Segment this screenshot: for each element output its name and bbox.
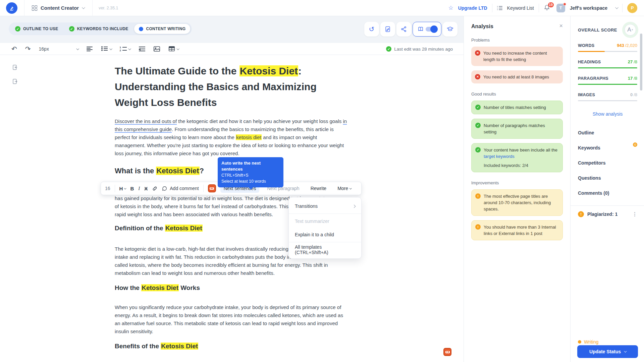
user-avatar[interactable]: P: [627, 3, 637, 13]
chevron-right-icon: [353, 204, 356, 208]
document-notes-button[interactable]: [380, 22, 395, 37]
keywords-alert-dot: [633, 142, 637, 147]
chevron-down-icon[interactable]: [615, 6, 619, 9]
bullet-list-button[interactable]: [101, 47, 112, 51]
kebab-menu-icon[interactable]: ⋮: [632, 211, 637, 217]
good-result-card[interactable]: ✓ Number of paragraphs matches setting: [471, 119, 563, 139]
heading-how-it-works[interactable]: How the Ketosis Diet Works: [115, 284, 348, 292]
keyword-highlight: Ketosis Diet: [161, 343, 198, 350]
divider: [92, 0, 93, 16]
scrollbar-thumb[interactable]: [640, 34, 642, 90]
nav-outline[interactable]: Outline: [578, 130, 637, 135]
menu-item-transitions[interactable]: Transitions: [289, 199, 361, 213]
list-icon: [497, 6, 502, 10]
app-logo-icon[interactable]: [6, 2, 17, 14]
show-analysis-link[interactable]: Show analysis: [578, 111, 637, 117]
ai-assistant-floating-button[interactable]: [443, 348, 451, 356]
plagiarized-row[interactable]: ! Plagiarized: 1 ⋮: [578, 211, 637, 217]
heading-style-button[interactable]: H: [119, 186, 126, 191]
menu-item-all-templates[interactable]: All templates (CTRL+Shift+A): [289, 243, 361, 256]
link-icon: [152, 186, 158, 191]
comment-icon: [162, 186, 167, 191]
document-title[interactable]: The Ultimate Guide to the Ketosis Diet: …: [115, 63, 348, 110]
intro-paragraph[interactable]: Discover the ins and outs of the ketogen…: [115, 117, 348, 158]
font-size-select[interactable]: 16px: [39, 46, 78, 52]
menu-divider: [289, 214, 361, 214]
format-toolbar: ↶ ↷ 16px 12 ✓ Last edit was 28 minutes a…: [0, 43, 464, 55]
nav-competitors[interactable]: Competitors: [578, 160, 637, 166]
step-content-writing[interactable]: CONTENT WRITING: [134, 24, 190, 34]
font-size-value: 16px: [39, 46, 49, 52]
keyword-highlight: Ketosis Diet: [141, 284, 179, 291]
check-icon: ✓: [475, 147, 481, 153]
revision-history-button[interactable]: ↺: [364, 22, 379, 37]
italic-button[interactable]: I: [138, 186, 140, 191]
upgrade-link[interactable]: Upgrade LTD: [458, 5, 487, 11]
title-text: The Ultimate Guide to the: [115, 65, 239, 76]
menu-item-explain-child[interactable]: Explain it to a child: [289, 228, 361, 241]
chevron-down-icon: [350, 187, 352, 189]
nav-keywords[interactable]: Keywords: [578, 145, 637, 150]
step-outline[interactable]: ✓ OUTLINE TO USE: [10, 24, 63, 34]
bold-button[interactable]: B: [130, 186, 134, 191]
heading-benefits[interactable]: Benefits of the Ketosis Diet: [115, 343, 348, 350]
rewrite-button[interactable]: Rewrite: [307, 184, 330, 193]
step-keywords[interactable]: ✓ KEYWORDS TO INCLUDE: [64, 24, 133, 34]
keyword-highlight: Ketosis Diet: [165, 225, 203, 232]
last-edit-status: ✓ Last edit was 28 minutes ago: [386, 43, 453, 55]
problem-card[interactable]: ✕ You need to add at least 8 images: [471, 70, 563, 83]
ai-robot-icon[interactable]: [208, 184, 216, 192]
nav-questions[interactable]: Questions: [578, 175, 637, 181]
good-result-card-keywords[interactable]: ✓ Your content have been include all the…: [471, 143, 563, 172]
chevron-down-icon: [128, 47, 131, 50]
strikethrough-button[interactable]: [144, 186, 148, 191]
image-icon: [153, 46, 160, 52]
target-keywords-link[interactable]: target keywords: [484, 154, 515, 159]
keyword-list-link[interactable]: Keyword List: [507, 5, 534, 11]
import-content-icon[interactable]: [12, 64, 18, 72]
tutorial-button[interactable]: [443, 22, 458, 37]
more-button[interactable]: More: [334, 184, 355, 193]
outdent-button[interactable]: [139, 47, 145, 51]
chevron-down-icon: [109, 47, 112, 50]
align-button[interactable]: [87, 47, 93, 51]
undo-button[interactable]: ↶: [11, 46, 17, 52]
paragraph-how-it-works[interactable]: When you significantly reduce your carbo…: [115, 303, 348, 336]
workspace-selector[interactable]: Jeff's workspace: [570, 5, 607, 11]
notifications-bell[interactable]: 19: [544, 4, 552, 12]
selection-font-size[interactable]: 16: [105, 186, 110, 191]
improvement-card[interactable]: ! You should have more than 3 Internal l…: [471, 220, 563, 240]
side-nav: Outline Keywords Competitors Questions C…: [578, 130, 637, 196]
add-comment-button[interactable]: Add comment: [162, 186, 199, 191]
chevron-down-icon[interactable]: [82, 6, 85, 9]
workspace-avatar[interactable]: T: [556, 4, 565, 12]
share-button[interactable]: [396, 22, 411, 37]
error-icon: ✕: [475, 74, 480, 79]
insert-link-button[interactable]: [152, 186, 158, 191]
status-dot: [563, 3, 566, 6]
nav-comments[interactable]: Comments (0): [578, 190, 637, 196]
divider: [539, 4, 539, 12]
words-progress-bar: [578, 51, 637, 52]
insert-image-button[interactable]: [153, 46, 160, 52]
readability-toggle[interactable]: [413, 22, 441, 37]
close-icon[interactable]: ×: [559, 23, 563, 28]
tooltip-shortcut: CTRL+Shift+S: [221, 172, 280, 178]
improvement-card[interactable]: ! The most effective page titles are aro…: [471, 189, 563, 216]
menu-item-text-summarizer[interactable]: Text summarizer: [289, 215, 361, 228]
tooltip-title: Auto write the next sentences: [221, 160, 280, 172]
score-panel: OVERALL SCORE A+ WORDS 943/2,020 HEADING…: [570, 16, 644, 362]
good-result-card[interactable]: ✓ Number of titles matches setting: [471, 101, 563, 114]
editor-canvas[interactable]: The Ultimate Guide to the Ketosis Diet: …: [0, 55, 464, 362]
module-title[interactable]: Content Creator: [41, 5, 79, 11]
redo-button[interactable]: ↷: [25, 46, 31, 52]
divider: [24, 0, 24, 16]
export-content-icon[interactable]: [12, 78, 18, 86]
numbered-list-button[interactable]: 12: [120, 47, 130, 51]
document-edit-icon: [384, 26, 391, 33]
toggle-switch[interactable]: [426, 27, 436, 32]
update-status-button[interactable]: Update Status: [577, 345, 638, 358]
insert-table-button[interactable]: [168, 46, 179, 52]
warning-icon: !: [475, 224, 481, 230]
problem-card[interactable]: ✕ You need to increase the content lengt…: [471, 47, 563, 66]
